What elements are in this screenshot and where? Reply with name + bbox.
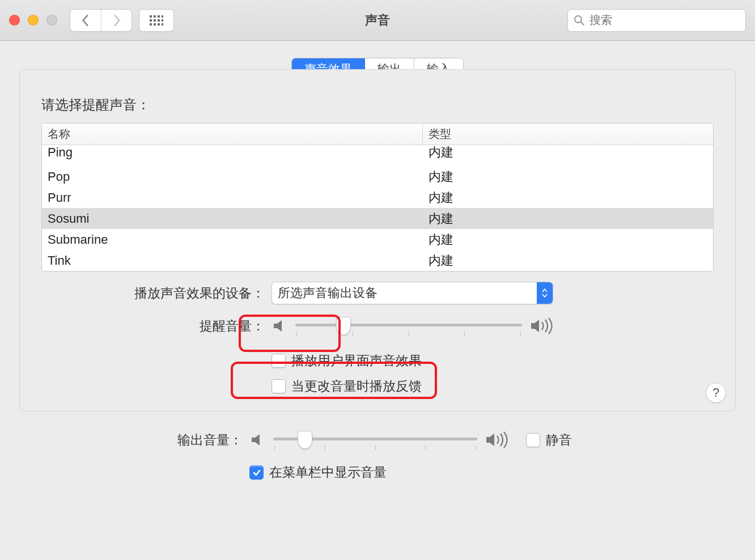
alert-sounds-table: 名称 类型 Ping内建Pop内建Purr内建Sosumi内建Submarine…: [41, 123, 714, 271]
cell-type: 内建: [423, 189, 713, 206]
svg-rect-3: [162, 15, 163, 18]
cell-name: Sosumi: [42, 211, 423, 226]
apps-grid-icon: [139, 10, 173, 31]
forward-button[interactable]: [101, 10, 132, 31]
updown-arrows-icon: [537, 282, 553, 304]
table-header: 名称 类型: [42, 124, 713, 145]
speaker-quiet-icon: [272, 318, 287, 334]
cell-name: Pop: [42, 169, 423, 184]
speaker-quiet-icon: [249, 432, 265, 448]
cell-type: 内建: [423, 168, 713, 185]
checkbox-label: 在菜单栏中显示音量: [269, 464, 387, 481]
cell-name: Tink: [42, 253, 423, 268]
play-device-popup[interactable]: 所选声音输出设备: [272, 282, 553, 304]
checkbox-label: 播放用户界面声音效果: [291, 352, 422, 370]
table-row[interactable]: Sosumi内建: [42, 208, 713, 229]
svg-rect-6: [158, 19, 160, 22]
table-row[interactable]: Submarine内建: [42, 229, 713, 250]
svg-rect-0: [150, 15, 152, 18]
minimize-window-button[interactable]: [28, 15, 39, 26]
table-row[interactable]: Tink内建: [42, 250, 713, 271]
checkbox[interactable]: [526, 433, 540, 447]
cell-name: Ping: [42, 145, 423, 160]
zoom-window-button[interactable]: [46, 15, 57, 26]
table-row[interactable]: Pop内建: [42, 166, 713, 187]
search-icon: [574, 15, 585, 26]
table-row[interactable]: Ping内建: [42, 145, 713, 166]
svg-rect-9: [154, 23, 156, 26]
svg-rect-2: [158, 15, 160, 18]
help-icon: ?: [712, 385, 719, 400]
search-input[interactable]: [589, 14, 740, 27]
close-window-button[interactable]: [9, 15, 20, 26]
output-volume-slider[interactable]: [273, 429, 477, 451]
svg-rect-8: [150, 23, 152, 26]
popup-value: 所选声音输出设备: [278, 285, 378, 302]
checkbox[interactable]: [272, 354, 286, 368]
help-button[interactable]: ?: [706, 383, 726, 403]
window-traffic-lights: [9, 15, 57, 26]
svg-rect-1: [154, 15, 156, 18]
svg-point-12: [575, 16, 582, 23]
play-ui-sounds-row[interactable]: 播放用户界面声音效果: [272, 352, 422, 370]
svg-rect-5: [154, 19, 156, 22]
cell-type: 内建: [423, 252, 713, 269]
show-in-menubar-row[interactable]: 在菜单栏中显示音量: [249, 464, 387, 481]
col-name[interactable]: 名称: [42, 124, 423, 145]
speaker-loud-icon: [485, 431, 510, 449]
search-field[interactable]: [567, 9, 746, 32]
window-title: 声音: [365, 12, 390, 29]
table-row[interactable]: Purr内建: [42, 187, 713, 208]
svg-rect-11: [162, 23, 163, 26]
speaker-loud-icon: [530, 317, 555, 335]
play-device-label: 播放声音效果的设备：: [41, 285, 272, 302]
cell-type: 内建: [423, 145, 713, 161]
cell-name: Purr: [42, 190, 423, 205]
alert-volume-slider[interactable]: [295, 315, 522, 337]
svg-rect-10: [158, 23, 160, 26]
svg-rect-4: [150, 19, 152, 22]
checkbox-label: 静音: [546, 431, 572, 449]
checkbox[interactable]: [249, 465, 264, 480]
select-alert-sound-label: 请选择提醒声音：: [41, 96, 714, 114]
svg-rect-7: [162, 19, 163, 22]
cell-name: Submarine: [42, 232, 423, 247]
show-all-button[interactable]: [139, 9, 174, 32]
alert-volume-label: 提醒音量：: [41, 317, 272, 335]
svg-line-13: [581, 22, 584, 25]
col-type[interactable]: 类型: [423, 124, 713, 145]
sound-effects-panel: 请选择提醒声音： 名称 类型 Ping内建Pop内建Purr内建Sosumi内建…: [19, 69, 736, 411]
nav-back-forward: [70, 9, 132, 32]
output-volume-label: 输出音量：: [19, 431, 249, 449]
mute-row[interactable]: 静音: [526, 431, 572, 449]
back-button[interactable]: [70, 10, 101, 31]
titlebar: 声音: [0, 0, 755, 41]
play-feedback-row[interactable]: 当更改音量时播放反馈: [272, 377, 422, 395]
table-body: Ping内建Pop内建Purr内建Sosumi内建Submarine内建Tink…: [42, 145, 713, 271]
checkbox-label: 当更改音量时播放反馈: [291, 377, 422, 395]
cell-type: 内建: [423, 210, 713, 227]
checkbox[interactable]: [272, 379, 286, 393]
cell-type: 内建: [423, 231, 713, 248]
